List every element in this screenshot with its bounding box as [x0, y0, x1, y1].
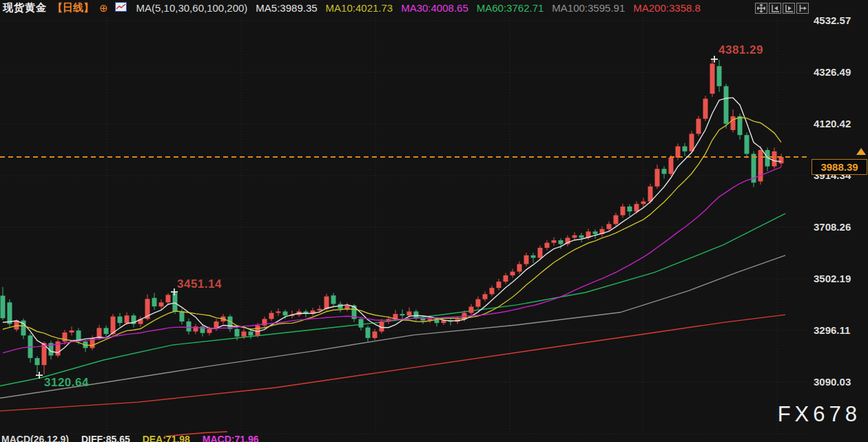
candlestick [407, 311, 412, 315]
price-annotation: 4381.29 [719, 43, 763, 57]
candlestick [173, 293, 178, 311]
candlestick [655, 169, 660, 186]
macd-indicator-row: MACD(26,12,9) DIFF:85.65 DEA:71.98 MACD:… [1, 434, 268, 442]
symbol-name: 现货黄金 [3, 1, 47, 14]
candlestick [35, 358, 40, 365]
candlestick [331, 295, 336, 304]
candlestick [8, 302, 12, 324]
price-annotation: 3120.64 [44, 376, 89, 390]
candlestick [614, 215, 619, 224]
y-axis-tick: 3296.11 [814, 324, 866, 336]
macd-macd-value: MACD:71.96 [203, 434, 259, 442]
price-up-arrow-icon [856, 148, 866, 155]
ma5-value: MA5:3989.35 [256, 2, 317, 14]
candlestick [710, 63, 715, 94]
candlestick [235, 329, 240, 337]
candlestick [559, 240, 564, 244]
candlestick [628, 207, 632, 211]
candlestick [269, 313, 274, 319]
candlestick [283, 311, 288, 315]
ma30-value: MA30:4008.65 [401, 2, 468, 14]
move-chart-button[interactable] [755, 3, 767, 14]
candlestick [242, 331, 247, 336]
candlestick [552, 240, 557, 243]
chart-topbar: 现货黄金 【日线】 ⊕ MA(5,10,30,60,100,200) MA5:3… [0, 0, 868, 15]
candlestick [731, 116, 736, 130]
candlestick [738, 116, 743, 135]
candlestick [510, 272, 515, 275]
price-chart-canvas[interactable] [0, 0, 868, 442]
candlestick [517, 264, 522, 272]
candlestick [318, 309, 322, 311]
candlestick [745, 135, 750, 154]
candlestick [669, 158, 674, 174]
candlestick [648, 187, 653, 202]
price-annotation: 3451.14 [177, 277, 222, 291]
ma10-value: MA10:4021.73 [326, 2, 393, 14]
candlestick [524, 255, 529, 264]
watermark: FX678 [778, 402, 861, 427]
candlestick [621, 207, 626, 215]
circle-plus-icon[interactable]: ⊕ [99, 3, 108, 13]
candlestick [504, 275, 508, 282]
candlestick [724, 86, 729, 124]
candlestick [256, 326, 260, 336]
candlestick [400, 314, 405, 315]
candlestick [442, 320, 446, 323]
candlestick [118, 317, 123, 323]
y-axis-tick: 4532.57 [814, 14, 866, 26]
candlestick [538, 248, 543, 258]
candlestick [180, 311, 185, 322]
candlestick [703, 98, 708, 118]
candlestick [607, 224, 612, 229]
y-axis-tick: 4326.49 [814, 66, 866, 78]
candlestick [634, 204, 639, 211]
y-axis-tick: 4120.42 [814, 118, 866, 129]
candlestick [772, 151, 777, 167]
candlestick [662, 169, 667, 173]
ma-line-w10 [3, 118, 781, 346]
candlestick [483, 294, 488, 299]
pan-right-button[interactable] [796, 3, 809, 14]
candlestick [696, 119, 701, 134]
candlestick [779, 157, 784, 163]
candlestick [469, 306, 474, 313]
candlestick [152, 298, 157, 306]
scale-left-button[interactable] [769, 3, 781, 14]
candlestick [359, 319, 364, 327]
candlestick [249, 331, 254, 335]
candlestick [187, 322, 192, 332]
candlestick [676, 147, 681, 158]
candlestick [345, 306, 350, 309]
candlestick [70, 330, 74, 333]
y-axis-tick: 3708.26 [814, 221, 866, 233]
candlestick [104, 328, 109, 334]
ma60-value: MA60:3762.71 [477, 2, 544, 14]
candlestick [97, 328, 102, 338]
macd-dea-value: DEA:71.98 [143, 434, 190, 442]
candlestick [579, 235, 584, 238]
macd-params-label: MACD(26,12,9) [1, 434, 69, 442]
timeframe-label[interactable]: 【日线】 [52, 1, 94, 14]
candlestick [490, 288, 495, 294]
candlestick [641, 202, 646, 204]
candlestick [683, 147, 688, 151]
candlestick [593, 231, 598, 234]
candlestick [545, 243, 550, 248]
candlestick [373, 331, 378, 337]
candlestick [531, 255, 536, 258]
chart-toolbar [755, 3, 809, 14]
candlestick [366, 328, 371, 338]
chart-style-icon[interactable] [115, 2, 127, 14]
candlestick [125, 315, 130, 323]
candlestick [497, 282, 502, 288]
macd-diff-value: DIFF:85.65 [81, 434, 130, 442]
candlestick [717, 66, 722, 86]
scale-right-button[interactable] [783, 3, 795, 14]
candlestick [159, 302, 164, 306]
candlestick [758, 150, 763, 181]
chart-window: 现货黄金 【日线】 ⊕ MA(5,10,30,60,100,200) MA5:3… [0, 0, 868, 442]
candlestick [414, 311, 419, 317]
candlestick [324, 297, 329, 309]
ma-line-ma100 [0, 255, 785, 398]
